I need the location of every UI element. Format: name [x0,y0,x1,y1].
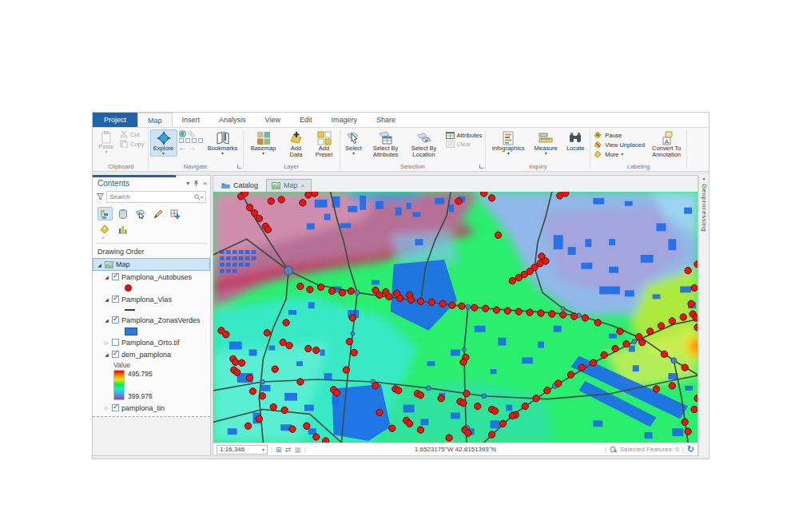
add-preset-icon [317,131,332,145]
layer-row-autobuses[interactable]: Pamplona_Autobuses [93,271,210,283]
bookmarks-button[interactable]: Bookmarks [205,129,241,157]
clipboard-group-label: Clipboard [96,162,146,171]
expander-icon[interactable] [97,262,102,268]
select-by-attributes-button[interactable]: Select By Attributes [368,129,404,159]
tab-analysis[interactable]: Analysis [209,113,256,127]
layer-row-dem[interactable]: dem_pamplona [93,348,210,360]
select-button[interactable]: Select [342,129,366,157]
infographics-button[interactable]: Infographics [487,129,529,157]
attributes-button[interactable]: Attributes [444,131,484,140]
expander-icon[interactable] [104,317,109,323]
navigate-group-label: Navigate [150,162,241,171]
add-data-button[interactable]: Add Data [284,129,309,159]
explore-icon [157,131,171,145]
layer-group-label: Layer [245,162,338,171]
expander-icon[interactable] [104,339,109,345]
grid-plus-icon[interactable]: ⊞ [276,446,282,454]
search-icon[interactable] [194,194,201,200]
scale-combobox[interactable]: 1:16,346 ▾ [217,445,268,455]
zoom-selected-icon[interactable] [198,138,203,143]
search-caret-icon[interactable]: ▾ [201,194,203,200]
view-tab-catalog[interactable]: Catalog [217,180,264,192]
layer-name: Pamplona_Vias [121,296,172,304]
tab-edit[interactable]: Edit [290,113,322,127]
cut-button[interactable]: Cut [118,129,146,139]
layer-name: Pamplona_ZonasVerdes [121,316,201,324]
locate-button[interactable]: Locate [562,129,588,153]
tab-insert[interactable]: Insert [173,113,210,127]
pane-menu-caret-icon[interactable]: ▾ [186,180,189,187]
measure-button[interactable]: Measure [531,129,561,157]
tab-imagery[interactable]: Imagery [321,113,367,127]
add-preset-button[interactable]: Add Preset [311,129,338,159]
tab-view[interactable]: View [256,113,290,127]
layer-name: Map [116,260,130,268]
search-input[interactable] [109,193,194,200]
layer-row-orto[interactable]: Pamplona_Orto.tif [93,336,210,348]
refresh-icon[interactable]: ↻ [687,445,694,454]
tab-share[interactable]: Share [367,113,405,127]
view-unplaced-button[interactable]: View Unplaced [592,140,646,149]
pause-labeling-button[interactable]: Pause [592,130,646,140]
layer-checkbox[interactable] [112,339,119,346]
select-icon [347,131,361,145]
selection-dialog-launcher-icon[interactable] [479,165,483,169]
line-symbol-swatch[interactable] [125,309,135,311]
scale-value: 1:16,346 [220,446,260,453]
arcgis-pro-window: Project Map Insert Analysis View Edit Im… [92,112,710,459]
close-tab-icon[interactable]: × [301,182,305,189]
expander-icon[interactable] [104,296,109,302]
copy-button[interactable]: Copy [118,139,146,149]
layer-checkbox[interactable] [112,273,119,280]
full-extent-globe-icon[interactable] [179,130,186,137]
layer-name: dem_pamplona [121,351,171,359]
convert-to-annotation-button[interactable]: A Convert To Annotation [648,129,685,159]
next-extent-icon[interactable]: → [189,144,197,151]
ribbon-tab-bar: Project Map Insert Analysis View Edit Im… [93,113,709,128]
linked-views-icon[interactable] [188,130,195,137]
layer-checkbox[interactable] [112,316,119,324]
layer-row-map[interactable]: Map [93,258,210,271]
right-dock-strip: ▾ Geoprocessing [698,175,709,456]
list-by-charts-button[interactable] [115,222,130,236]
select-by-location-button[interactable]: Select By Location [406,129,443,159]
list-by-snapping-button[interactable] [168,207,183,220]
layer-checkbox[interactable] [112,351,119,358]
map-canvas[interactable] [213,192,698,443]
list-by-editing-button[interactable] [150,207,165,220]
pane-pin-icon[interactable] [193,180,199,187]
tab-map[interactable]: Map [137,113,173,127]
navigate-dialog-launcher-icon[interactable] [237,165,241,169]
list-by-drawing-order-button[interactable] [97,207,113,220]
layer-row-tin[interactable]: pamplona_tin [93,402,210,414]
previous-extent-icon[interactable]: ← [179,144,187,151]
tab-project[interactable]: Project [93,113,137,127]
cut-label: Cut [130,131,140,138]
filter-icon[interactable] [97,193,104,200]
basemap-button[interactable]: Basemap [245,129,282,157]
list-by-selection-button[interactable] [133,207,148,220]
expander-icon[interactable] [104,351,109,357]
paste-button[interactable]: Paste [96,129,117,155]
layer-row-vias[interactable]: Pamplona_Vias [93,293,210,305]
explore-button[interactable]: Explore [150,129,177,157]
view-tab-map[interactable]: Map × [266,179,312,192]
layer-row-zonasverdes[interactable]: Pamplona_ZonasVerdes [93,314,210,326]
clear-button[interactable]: Clear [444,140,484,149]
expander-icon[interactable] [104,405,109,411]
table-grid-icon[interactable]: ▦ [294,446,301,454]
pane-close-icon[interactable]: × [203,180,207,187]
layer-checkbox[interactable] [112,404,119,411]
list-by-data-source-button[interactable] [115,207,130,220]
polygon-symbol-swatch[interactable] [125,328,137,335]
point-symbol-swatch[interactable] [125,284,132,292]
map-status-bar: 1:16,346 ▾ | ⊞ ⇄ ▦ | 1.6523175°W 42.8151… [213,443,698,455]
geoprocessing-tab[interactable]: Geoprocessing [701,184,708,232]
layer-checkbox[interactable] [112,296,119,303]
more-labeling-button[interactable]: More [592,149,646,159]
swap-arrows-icon[interactable]: ⇄ [285,446,292,454]
list-by-labeling-button[interactable] [97,222,113,236]
expander-icon[interactable] [104,274,109,280]
autohide-caret-icon[interactable]: ▾ [702,177,705,181]
infographics-caret-icon [507,152,510,156]
